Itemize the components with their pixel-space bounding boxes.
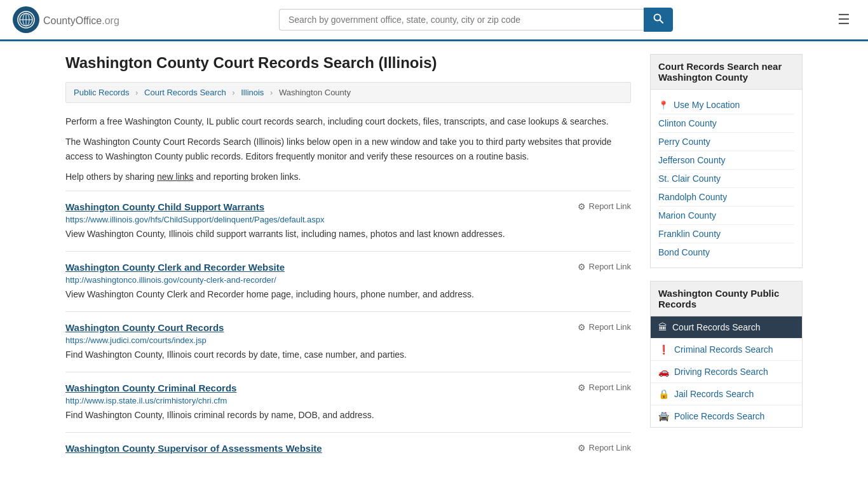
- breadcrumb-court-records[interactable]: Court Records Search: [144, 88, 226, 97]
- use-my-location-item[interactable]: 📍 Use My Location: [658, 96, 794, 114]
- jail-records-link[interactable]: Jail Records Search: [674, 389, 754, 399]
- nearby-county-link[interactable]: Perry County: [658, 137, 710, 147]
- search-input[interactable]: [279, 9, 644, 30]
- court-records-icon: 🏛: [658, 322, 667, 332]
- report-icon: ⚙: [578, 262, 586, 272]
- report-icon: ⚙: [578, 443, 586, 453]
- use-my-location-link[interactable]: Use My Location: [674, 100, 740, 110]
- sidebar-nav-jail-records[interactable]: 🔒 Jail Records Search: [651, 383, 802, 405]
- nearby-county-link[interactable]: Clinton County: [658, 118, 717, 128]
- report-link[interactable]: ⚙ Report Link: [578, 322, 631, 332]
- nearby-county-link[interactable]: Marion County: [658, 210, 716, 220]
- report-link[interactable]: ⚙ Report Link: [578, 443, 631, 453]
- breadcrumb-washington-county: Washington County: [279, 88, 351, 97]
- nearby-county-link[interactable]: Franklin County: [658, 229, 721, 239]
- breadcrumb-illinois[interactable]: Illinois: [241, 88, 264, 97]
- nearby-county-3[interactable]: St. Clair County: [658, 170, 794, 188]
- nearby-county-2[interactable]: Jefferson County: [658, 151, 794, 170]
- court-records-link[interactable]: Court Records Search: [672, 322, 761, 332]
- report-link[interactable]: ⚙ Report Link: [578, 383, 631, 393]
- result-url[interactable]: https://www.judici.com/courts/index.jsp: [65, 336, 631, 345]
- sidebar-nav-criminal-records[interactable]: ❗ Criminal Records Search: [651, 339, 802, 361]
- content-area: Washington County Court Records Search (…: [65, 54, 631, 466]
- report-link[interactable]: ⚙ Report Link: [578, 201, 631, 212]
- svg-line-6: [660, 20, 663, 24]
- location-pin-icon: 📍: [658, 100, 668, 110]
- nearby-county-6[interactable]: Franklin County: [658, 225, 794, 243]
- new-links-link[interactable]: new links: [157, 172, 194, 182]
- result-title[interactable]: Washington County Child Support Warrants: [65, 201, 264, 212]
- result-url[interactable]: http://www.isp.state.il.us/crimhistory/c…: [65, 396, 631, 405]
- result-item: Washington County Criminal Records ⚙ Rep…: [65, 372, 631, 432]
- breadcrumb: Public Records › Court Records Search › …: [65, 82, 631, 103]
- report-icon: ⚙: [578, 383, 586, 393]
- sidebar-nearby-title: Court Records Search near Washington Cou…: [650, 54, 803, 89]
- main-container: Washington County Court Records Search (…: [53, 41, 815, 479]
- result-item: Washington County Child Support Warrants…: [65, 191, 631, 251]
- police-records-link[interactable]: Police Records Search: [674, 411, 764, 421]
- police-records-icon: 🚔: [658, 411, 669, 421]
- sidebar-nearby-content: 📍 Use My Location Clinton County Perry C…: [650, 89, 803, 268]
- sidebar-nav-driving-records[interactable]: 🚗 Driving Records Search: [651, 361, 802, 383]
- result-description: Find Washington County, Illinois court r…: [65, 348, 631, 362]
- menu-button[interactable]: ☰: [832, 9, 855, 30]
- logo-area: CountyOffice.org: [13, 6, 119, 33]
- report-icon: ⚙: [578, 322, 586, 332]
- search-area: [279, 8, 673, 32]
- logo-text: CountyOffice.org: [43, 13, 119, 27]
- driving-records-icon: 🚗: [658, 367, 669, 377]
- description: Perform a free Washington County, IL pub…: [65, 114, 631, 184]
- result-header: Washington County Child Support Warrants…: [65, 201, 631, 212]
- nearby-county-link[interactable]: Jefferson County: [658, 155, 726, 165]
- nearby-county-4[interactable]: Randolph County: [658, 188, 794, 207]
- nearby-county-link[interactable]: Bond County: [658, 247, 710, 257]
- sidebar-nav-court-records[interactable]: 🏛 Court Records Search: [651, 316, 802, 339]
- result-description: Find Washington County, Illinois crimina…: [65, 409, 631, 422]
- nearby-county-link[interactable]: Randolph County: [658, 192, 727, 202]
- sidebar-nearby-section: Court Records Search near Washington Cou…: [650, 54, 803, 268]
- logo-icon: [13, 6, 39, 33]
- result-url[interactable]: https://www.illinois.gov/hfs/ChildSuppor…: [65, 215, 631, 224]
- breadcrumb-sep-1: ›: [135, 88, 138, 97]
- result-header: Washington County Criminal Records ⚙ Rep…: [65, 383, 631, 393]
- nearby-county-link[interactable]: St. Clair County: [658, 173, 721, 184]
- result-description: View Washington County Clerk and Recorde…: [65, 288, 631, 301]
- criminal-records-icon: ❗: [658, 344, 669, 355]
- page-title: Washington County Court Records Search (…: [65, 54, 631, 72]
- result-url[interactable]: http://washingtonco.illinois.gov/county-…: [65, 275, 631, 285]
- header-right: ☰: [832, 9, 855, 30]
- result-title[interactable]: Washington County Court Records: [65, 322, 224, 333]
- nearby-county-0[interactable]: Clinton County: [658, 114, 794, 133]
- result-item: Washington County Supervisor of Assessme…: [65, 432, 631, 466]
- result-title[interactable]: Washington County Supervisor of Assessme…: [65, 443, 322, 454]
- result-header: Washington County Clerk and Recorder Web…: [65, 262, 631, 273]
- criminal-records-link[interactable]: Criminal Records Search: [674, 344, 773, 355]
- desc-para-2: The Washington County Court Records Sear…: [65, 135, 631, 163]
- result-title[interactable]: Washington County Criminal Records: [65, 383, 236, 393]
- report-icon: ⚙: [578, 201, 586, 212]
- desc-para-1: Perform a free Washington County, IL pub…: [65, 114, 631, 128]
- nearby-county-1[interactable]: Perry County: [658, 133, 794, 151]
- sidebar-public-records-section: Washington County Public Records 🏛 Court…: [650, 281, 803, 428]
- jail-records-icon: 🔒: [658, 389, 669, 399]
- result-description: View Washington County, Illinois child s…: [65, 227, 631, 241]
- result-title[interactable]: Washington County Clerk and Recorder Web…: [65, 262, 285, 273]
- result-item: Washington County Court Records ⚙ Report…: [65, 311, 631, 372]
- sidebar: Court Records Search near Washington Cou…: [650, 54, 803, 466]
- header: CountyOffice.org ☰: [0, 0, 868, 41]
- report-link[interactable]: ⚙ Report Link: [578, 262, 631, 272]
- nearby-county-5[interactable]: Marion County: [658, 207, 794, 225]
- result-header: Washington County Supervisor of Assessme…: [65, 443, 631, 454]
- sidebar-public-records-title: Washington County Public Records: [650, 281, 803, 316]
- search-button[interactable]: [644, 8, 673, 32]
- driving-records-link[interactable]: Driving Records Search: [674, 367, 768, 377]
- nearby-county-7[interactable]: Bond County: [658, 243, 794, 261]
- desc-para-3: Help others by sharing new links and rep…: [65, 170, 631, 184]
- breadcrumb-public-records[interactable]: Public Records: [74, 88, 129, 97]
- result-item: Washington County Clerk and Recorder Web…: [65, 251, 631, 311]
- sidebar-nav-list: 🏛 Court Records Search ❗ Criminal Record…: [650, 316, 803, 428]
- breadcrumb-sep-3: ›: [270, 88, 273, 97]
- sidebar-nav-police-records[interactable]: 🚔 Police Records Search: [651, 405, 802, 427]
- results-list: Washington County Child Support Warrants…: [65, 191, 631, 466]
- breadcrumb-sep-2: ›: [232, 88, 234, 97]
